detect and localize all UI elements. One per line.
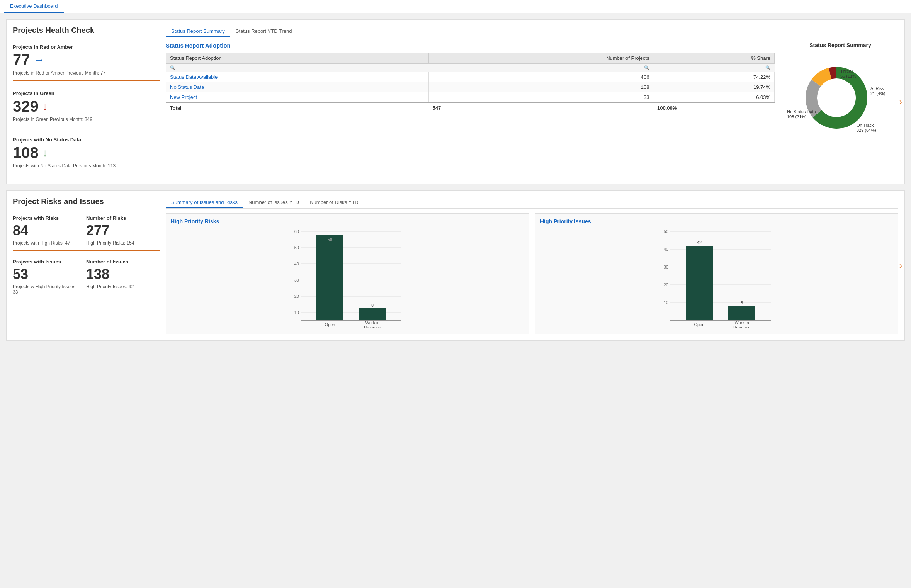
row1-num: 406 [429,72,653,82]
status-adoption-table: Status Report Adoption Number of Project… [166,53,775,113]
kpi-no-status-label: Projects with No Status Data [13,137,160,143]
tab-bar: Executive Dashboard [0,0,911,13]
y-label-20i: 20 [664,282,668,287]
subtab-status-summary[interactable]: Status Report Summary [166,26,230,37]
tab-executive-dashboard[interactable]: Executive Dashboard [4,0,64,13]
row2-num: 108 [429,82,653,92]
subtab-issues-ytd[interactable]: Number of Issues YTD [243,197,304,208]
kpi-green-sub: Projects in Green Previous Month: 349 [13,117,160,122]
col-num-projects: Number of Projects [429,53,653,64]
risks-chart-title: High Priority Risks [171,218,524,224]
kpi-no-status-sub: Projects with No Status Data Previous Mo… [13,163,160,168]
risks-issues-right: Summary of Issues and Risks Number of Is… [166,197,898,334]
row3-name[interactable]: New Project [166,92,429,103]
kpi-no-status-value: 108 [13,144,39,161]
bar-open-issues-label: 42 [697,240,702,245]
donut-chart-title: Status Report Summary [782,42,898,48]
y-label-10i: 10 [664,300,668,305]
subtab-summary-issues[interactable]: Summary of Issues and Risks [166,197,243,208]
health-check-kpis: Projects Health Check Projects in Red or… [13,26,160,178]
arrow-right-icon: → [34,54,45,66]
risks-issues-kpis: Project Risks and Issues Projects with R… [13,197,160,334]
risks-issues-title: Project Risks and Issues [13,197,160,206]
svg-text:56 (11%): 56 (11%) [840,74,858,78]
kpi-num-risks-label: Number of Risks [86,215,156,221]
bar-wip-issues [728,306,755,320]
kpi-num-issues-value: 138 [86,266,156,282]
y-label-40i: 40 [664,247,668,252]
risks-issues-panel: Project Risks and Issues Projects with R… [6,190,905,341]
health-check-layout: Projects Health Check Projects in Red or… [13,26,898,178]
table-row: Status Data Available 406 74.22% [166,72,775,82]
arrow-down-green-icon: ↓ [42,147,48,159]
bar-wip-issues-label: 8 [741,301,743,305]
donut-svg: At Risk21 (4%)Threat56 (11%)No Status Da… [782,51,891,144]
svg-text:No Status Data: No Status Data [787,109,816,114]
total-label: Total [166,102,429,113]
status-adoption-title: Status Report Adoption [166,42,775,49]
row2-name[interactable]: No Status Data [166,82,429,92]
x-label-open-risks: Open [325,322,335,327]
y-label-50i: 50 [664,229,668,234]
row1-name[interactable]: Status Data Available [166,72,429,82]
filter-col3[interactable]: 🔍 [653,64,775,72]
kpi-no-status-row: 108 ↓ [13,144,160,161]
y-label-30i: 30 [664,265,668,269]
status-report-content: Status Report Adoption Status Report Ado… [166,42,898,145]
y-label-40: 40 [294,262,299,266]
status-chart-area: Status Report Summary At Risk21 (4%)Thre… [782,42,898,145]
health-check-next-chevron[interactable]: › [899,97,902,107]
table-row: No Status Data 108 19.74% [166,82,775,92]
bar-wip-risks [359,308,386,320]
y-label-60: 60 [294,229,299,234]
total-count: 547 [429,102,653,113]
x-label-wip-issues2: Progress [733,325,751,328]
donut-chart: At Risk21 (4%)Threat56 (11%)No Status Da… [782,51,898,145]
kpi-red-amber-value: 77 [13,51,30,69]
health-check-title: Projects Health Check [13,26,160,35]
kpi-red-amber: Projects in Red or Amber 77 → Projects i… [13,39,160,81]
bar-charts-row: High Priority Risks 60 [166,213,898,334]
bar-wip-risks-label: 8 [371,303,374,308]
subtab-risks-ytd[interactable]: Number of Risks YTD [304,197,364,208]
svg-text:On Track: On Track [857,123,874,127]
total-share: 100.00% [653,102,775,113]
main-content: Projects Health Check Projects in Red or… [0,13,911,353]
y-label-20: 20 [294,294,299,299]
kpi-proj-risks-label: Projects with Risks [13,215,80,221]
kpi-red-amber-row: 77 → [13,51,160,69]
risks-kpi-grid: Projects with Risks 84 Projects with Hig… [13,211,160,299]
filter-col1[interactable]: 🔍 [166,64,429,72]
kpi-proj-issues-value: 53 [13,266,80,282]
risks-issues-layout: Project Risks and Issues Projects with R… [13,197,898,334]
kpi-num-issues-label: Number of Issues [86,259,156,265]
kpi-proj-issues-label: Projects with Issues [13,259,80,265]
health-check-right: Status Report Summary Status Report YTD … [166,26,898,178]
kpi-num-risks: Number of Risks 277 High Priority Risks:… [86,211,160,251]
arrow-down-red-icon: ↓ [42,100,48,113]
y-label-10: 10 [294,310,299,315]
health-check-subtabs: Status Report Summary Status Report YTD … [166,26,898,37]
kpi-green-label: Projects in Green [13,90,160,96]
bar-open-issues [686,246,713,320]
x-label-open-issues: Open [694,322,705,327]
kpi-proj-issues-sub: Projects w High Priority Issues: 33 [13,284,80,295]
svg-text:Threat: Threat [840,69,853,73]
kpi-proj-risks-value: 84 [13,223,80,239]
kpi-num-issues-sub: High Priority Issues: 92 [86,284,156,289]
svg-text:21 (4%): 21 (4%) [870,91,886,96]
col-pct-share: % Share [653,53,775,64]
risks-issues-subtabs: Summary of Issues and Risks Number of Is… [166,197,898,209]
svg-text:At Risk: At Risk [870,86,884,91]
row3-pct: 6.03% [653,92,775,103]
high-priority-issues-chart: High Priority Issues 50 40 [535,213,898,334]
subtab-status-ytd[interactable]: Status Report YTD Trend [230,26,297,37]
kpi-projects-issues: Projects with Issues 53 Projects w High … [13,254,86,299]
risks-issues-next-chevron[interactable]: › [899,261,902,271]
y-label-50: 50 [294,245,299,250]
health-check-panel: Projects Health Check Projects in Red or… [6,19,905,184]
kpi-no-status: Projects with No Status Data 108 ↓ Proje… [13,132,160,173]
x-label-wip-risks: Work in [365,320,379,325]
filter-col2[interactable]: 🔍 [429,64,653,72]
kpi-green-value: 329 [13,98,39,115]
